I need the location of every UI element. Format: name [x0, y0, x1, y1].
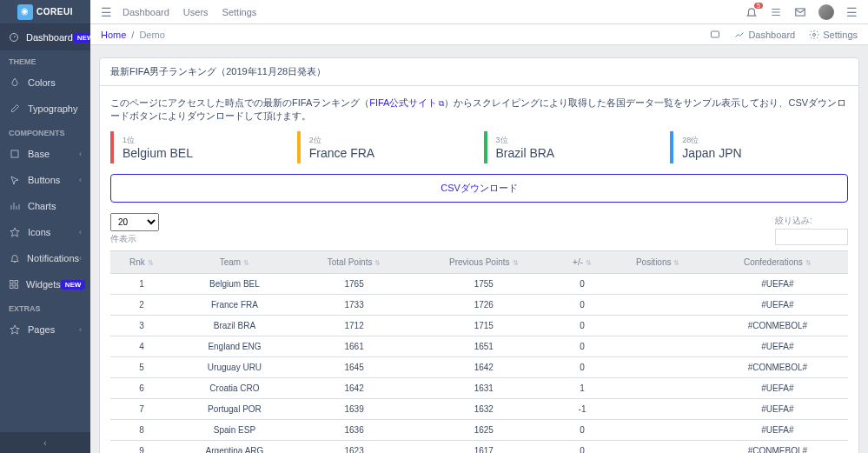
bell-icon[interactable]: 5 [745, 6, 758, 18]
svg-point-8 [813, 33, 816, 36]
table-cell: 1755 [412, 274, 555, 295]
table-row[interactable]: 5Uruguay URU164516420#CONMEBOL# [110, 357, 848, 378]
sidebar-title-extras: EXTRAS [0, 297, 90, 316]
sidebar-minimizer[interactable]: ‹ [0, 432, 90, 453]
filter-input[interactable] [775, 229, 848, 245]
table-cell: 2 [110, 295, 173, 316]
sidebar-item-dashboard[interactable]: Dashboard NEW [0, 24, 90, 50]
th-rnk[interactable]: Rnk⇅ [110, 251, 173, 274]
th-team[interactable]: Team⇅ [173, 251, 296, 274]
header-nav-dashboard[interactable]: Dashboard [123, 7, 169, 17]
sidebar-nav: Dashboard NEW THEME Colors Typography CO… [0, 24, 90, 432]
table-head: Rnk⇅ Team⇅ Total Points⇅ Previous Points… [110, 251, 848, 274]
table-cell: 0 [555, 420, 608, 441]
table-row[interactable]: 4England ENG166116510#UEFA# [110, 336, 848, 357]
table-cell: 1639 [296, 399, 412, 420]
csv-download-button[interactable]: CSVダウンロード [110, 174, 848, 203]
subheader-btn-label: Dashboard [748, 30, 795, 40]
table-row[interactable]: 8Spain ESP163616250#UEFA# [110, 420, 848, 441]
table-cell: 0 [555, 295, 608, 316]
th-positions[interactable]: Positions⇅ [609, 251, 707, 274]
sidebar-item-label: Notifications [27, 253, 79, 263]
puzzle-icon [9, 148, 21, 160]
sidebar-item-pages[interactable]: Pages ‹ [0, 316, 90, 343]
grid-icon [9, 278, 19, 290]
th-confed[interactable]: Confederations⇅ [707, 251, 848, 274]
sidebar-item-label: Pages [28, 324, 55, 335]
rank-position: 1位 [123, 135, 280, 146]
top-ranks-row: 1位 Belgium BEL 2位 France FRA 3位 Brazil B… [110, 131, 848, 163]
sidebar-item-base[interactable]: Base ‹ [0, 141, 90, 167]
header-nav-users[interactable]: Users [183, 7, 209, 17]
table-cell: 5 [110, 357, 173, 378]
filter-control: 絞り込み: [775, 215, 848, 245]
table-cell: #UEFA# [707, 420, 848, 441]
subheader-btn-edit[interactable] [710, 30, 720, 40]
table-cell [609, 274, 707, 295]
table-row[interactable]: 6Croatia CRO164216311#UEFA# [110, 378, 848, 399]
header-nav-settings[interactable]: Settings [222, 7, 257, 17]
chevron-left-icon: ‹ [79, 228, 82, 236]
fifa-link[interactable]: FIFA公式サイト⧉ [369, 97, 444, 108]
pencil-icon [9, 103, 21, 115]
sidebar-item-colors[interactable]: Colors [0, 70, 90, 96]
sidebar-item-charts[interactable]: Charts [0, 193, 90, 219]
desc-pre: このページにアクセスした時点での最新のFIFAランキング（ [110, 97, 369, 108]
table-row[interactable]: 9Argentina ARG162316170#CONMEBOL# [110, 441, 848, 454]
table-cell: #UEFA# [707, 274, 848, 295]
table-row[interactable]: 2France FRA173317260#UEFA# [110, 295, 848, 316]
table-cell: 1726 [412, 295, 555, 316]
th-prev[interactable]: Previous Points⇅ [412, 251, 555, 274]
table-cell: 1642 [412, 357, 555, 378]
menu-toggle-icon[interactable]: ☰ [101, 5, 112, 19]
aside-toggle-icon[interactable]: ☰ [846, 5, 858, 19]
rank-box-1: 1位 Belgium BEL [110, 131, 288, 163]
bell-icon [9, 252, 20, 264]
sidebar-item-notifications[interactable]: Notifications ‹ [0, 245, 90, 271]
page-size-label: 件表示 [110, 233, 159, 245]
sidebar-item-buttons[interactable]: Buttons ‹ [0, 167, 90, 193]
svg-rect-4 [10, 285, 14, 289]
subheader-right: Dashboard Settings [710, 30, 858, 40]
sidebar-item-label: Buttons [28, 175, 60, 185]
new-badge: NEW [61, 280, 86, 290]
table-cell: #CONMEBOL# [707, 316, 848, 336]
rank-box-2: 2位 France FRA [297, 131, 475, 163]
table-row[interactable]: 3Brazil BRA171217150#CONMEBOL# [110, 316, 848, 336]
chevron-left-icon: ‹ [79, 176, 82, 184]
sidebar: COREUI Dashboard NEW THEME Colors Typogr… [0, 0, 90, 453]
rank-team: Brazil BRA [496, 146, 653, 160]
sidebar-item-icons[interactable]: Icons ‹ [0, 219, 90, 245]
table-row[interactable]: 7Portugal POR16391632-1#UEFA# [110, 399, 848, 420]
sidebar-item-widgets[interactable]: Widgets NEW [0, 271, 90, 297]
page-size-select[interactable]: 20 [110, 213, 159, 231]
table-cell: 1733 [296, 295, 412, 316]
subheader-btn-dashboard[interactable]: Dashboard [734, 30, 795, 40]
table-cell: 0 [555, 357, 608, 378]
table-row[interactable]: 1Belgium BEL176517550#UEFA# [110, 274, 848, 295]
table-cell [609, 378, 707, 399]
breadcrumb-separator: / [131, 30, 134, 40]
envelope-icon[interactable] [794, 6, 806, 18]
gear-icon [809, 30, 819, 40]
chevron-left-icon: ‹ [79, 325, 82, 334]
header: ☰ Dashboard Users Settings 5 ☰ [90, 0, 868, 24]
sidebar-brand[interactable]: COREUI [0, 0, 90, 24]
list-icon[interactable] [770, 6, 782, 18]
brand-icon [17, 4, 33, 20]
th-total[interactable]: Total Points⇅ [296, 251, 412, 274]
table-cell: 1617 [412, 441, 555, 454]
cursor-icon [9, 174, 21, 186]
table-cell: 9 [110, 441, 173, 454]
breadcrumb-home[interactable]: Home [101, 30, 126, 40]
star-icon [9, 226, 21, 238]
table-cell: Uruguay URU [173, 357, 296, 378]
th-diff[interactable]: +/-⇅ [555, 251, 608, 274]
table-cell: 4 [110, 336, 173, 357]
sidebar-item-typography[interactable]: Typography [0, 96, 90, 122]
table-cell: 1625 [412, 420, 555, 441]
subheader-btn-settings[interactable]: Settings [809, 30, 858, 40]
user-avatar[interactable] [818, 4, 834, 20]
table-cell: Portugal POR [173, 399, 296, 420]
table-controls: 20 件表示 絞り込み: [110, 213, 848, 245]
